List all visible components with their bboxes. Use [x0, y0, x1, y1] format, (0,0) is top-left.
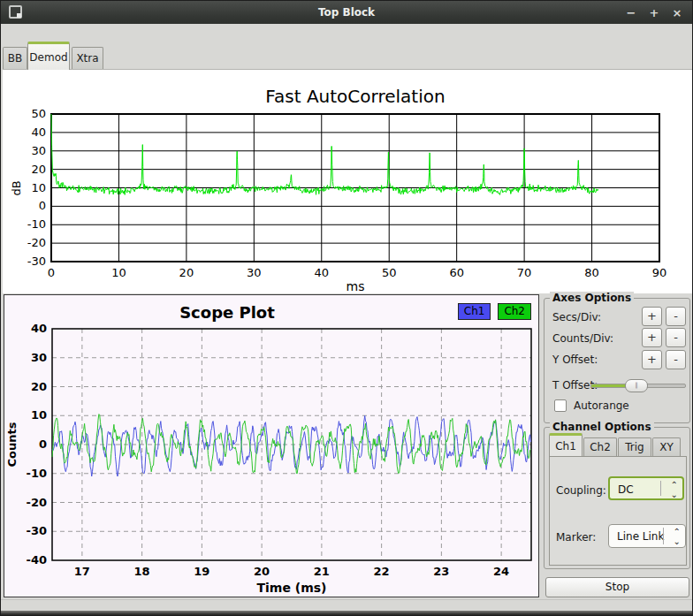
svg-text:-10: -10	[27, 467, 48, 480]
close-icon[interactable]: ×	[669, 6, 685, 19]
svg-text:dB: dB	[10, 180, 23, 195]
svg-text:-30: -30	[27, 255, 46, 268]
channel-tab-ch1[interactable]: Ch1	[549, 433, 583, 456]
marker-value: Line Link	[617, 530, 664, 543]
svg-text:10: 10	[111, 266, 126, 279]
marker-spinner-icon[interactable]: ⌃⌄	[674, 527, 681, 546]
channel-tabbar: Ch1 Ch2 Trig XY	[549, 433, 687, 456]
autocorr-panel: 0102030405060708090-30-20-1001020304050F…	[3, 69, 692, 293]
coupling-spinner-icon[interactable]: ⌃⌄	[671, 480, 678, 499]
secs-div-plus-button[interactable]: +	[642, 307, 662, 326]
window-title: Top Block	[1, 6, 692, 19]
y-offset-label: Y Offset:	[552, 354, 598, 366]
coupling-label: Coupling:	[556, 484, 606, 497]
autorange-checkbox[interactable]	[554, 399, 567, 412]
svg-text:23: 23	[433, 565, 449, 578]
tab-demod[interactable]: Demod	[27, 42, 70, 70]
window-bottom-edge	[1, 611, 693, 616]
svg-text:-40: -40	[27, 553, 48, 567]
minimize-icon[interactable]: −	[623, 6, 639, 19]
svg-text:-10: -10	[27, 217, 46, 231]
channel-tab-trig[interactable]: Trig	[618, 437, 651, 456]
svg-text:Time (ms): Time (ms)	[256, 581, 326, 595]
y-offset-plus-button[interactable]: +	[642, 350, 662, 369]
svg-text:0: 0	[48, 266, 55, 279]
scope-panel: Ch1 Ch2 1718192021222324-40-30-20-100102…	[4, 294, 539, 597]
marker-label: Marker:	[556, 531, 596, 544]
svg-text:70: 70	[517, 266, 532, 279]
app-window: Top Block − + × BB Demod Xtra 0102030405…	[0, 0, 693, 616]
svg-text:-30: -30	[27, 524, 48, 537]
channel-tab-content	[549, 456, 687, 566]
svg-text:ms: ms	[346, 279, 365, 293]
svg-text:18: 18	[134, 565, 150, 578]
svg-text:40: 40	[31, 125, 46, 139]
svg-text:50: 50	[382, 266, 397, 279]
svg-text:10: 10	[31, 408, 47, 422]
svg-text:10: 10	[31, 181, 46, 194]
svg-text:40: 40	[31, 322, 47, 335]
axes-options-title: Axes Options	[550, 292, 634, 304]
svg-text:50: 50	[31, 107, 46, 120]
channel-tab-xy[interactable]: XY	[652, 437, 681, 456]
svg-text:22: 22	[374, 565, 390, 578]
svg-text:30: 30	[31, 144, 46, 157]
svg-text:60: 60	[449, 266, 464, 279]
svg-text:30: 30	[247, 266, 262, 279]
counts-div-label: Counts/Div:	[552, 332, 613, 345]
t-offset-slider-handle[interactable]: ∥	[625, 379, 648, 392]
svg-text:Scope Plot: Scope Plot	[179, 303, 275, 322]
svg-text:19: 19	[194, 565, 209, 578]
marker-select[interactable]: Line Link ⌃⌄	[608, 524, 686, 548]
secs-div-minus-button[interactable]: -	[666, 307, 686, 326]
scope-plot: 1718192021222324-40-30-20-10010203040Sco…	[4, 295, 538, 597]
svg-text:-20: -20	[27, 496, 48, 509]
svg-text:Fast AutoCorrelation: Fast AutoCorrelation	[265, 86, 445, 107]
tab-xtra[interactable]: Xtra	[72, 47, 103, 70]
svg-text:40: 40	[315, 266, 330, 279]
coupling-value: DC	[618, 483, 634, 496]
svg-text:0: 0	[39, 437, 47, 451]
autorange-label: Autorange	[574, 399, 629, 412]
svg-text:20: 20	[31, 380, 47, 393]
status-bar	[1, 599, 693, 611]
svg-text:20: 20	[179, 266, 194, 279]
svg-text:20: 20	[31, 163, 46, 176]
stop-button[interactable]: Stop	[545, 577, 689, 597]
channel-options-title: Channel Options	[550, 421, 654, 433]
channel-tab-ch2[interactable]: Ch2	[583, 437, 617, 456]
title-bar: Top Block − + ×	[1, 1, 692, 24]
svg-text:-20: -20	[27, 236, 46, 249]
maximize-icon[interactable]: +	[646, 6, 662, 19]
svg-text:90: 90	[652, 266, 667, 279]
svg-text:0: 0	[39, 199, 46, 212]
svg-text:Counts: Counts	[5, 422, 19, 467]
axes-options-group: Axes Options Secs/Div: + - Counts/Div: +…	[544, 298, 690, 423]
svg-text:21: 21	[314, 565, 330, 578]
svg-text:30: 30	[31, 351, 47, 364]
counts-div-plus-button[interactable]: +	[642, 328, 662, 347]
channel-options-group: Channel Options Ch1 Ch2 Trig XY Coupling…	[544, 427, 690, 569]
t-offset-slider[interactable]: ∥	[590, 384, 686, 388]
counts-div-minus-button[interactable]: -	[666, 328, 686, 347]
secs-div-label: Secs/Div:	[552, 311, 601, 323]
svg-text:80: 80	[584, 266, 599, 279]
tab-bb[interactable]: BB	[3, 47, 27, 70]
svg-text:24: 24	[493, 565, 509, 578]
svg-text:17: 17	[74, 565, 90, 578]
autocorr-plot: 0102030405060708090-30-20-1001020304050F…	[8, 79, 690, 294]
svg-text:20: 20	[254, 565, 270, 578]
y-offset-minus-button[interactable]: -	[666, 350, 686, 369]
coupling-select[interactable]: DC ⌃⌄	[608, 476, 684, 500]
